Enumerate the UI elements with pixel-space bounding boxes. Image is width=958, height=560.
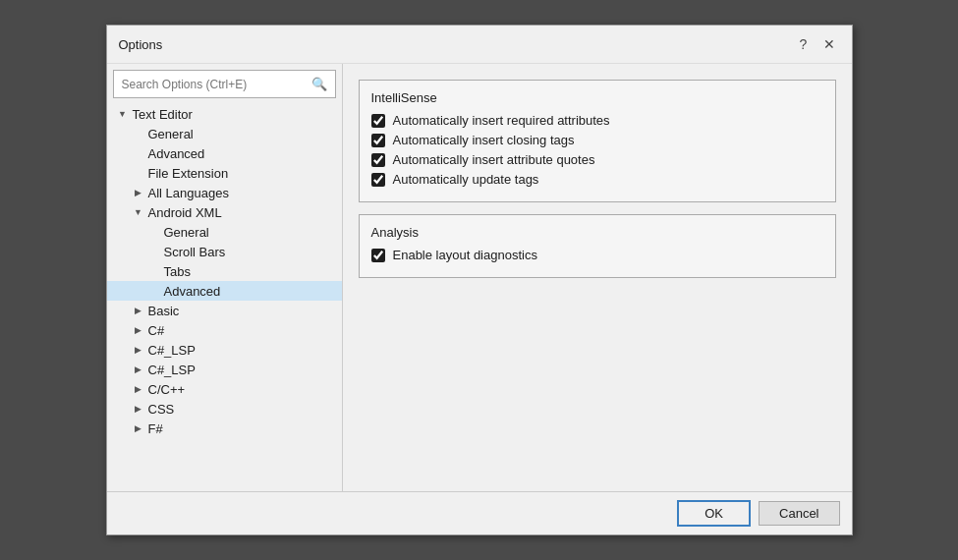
- dialog-body: 🔍 ▼ Text Editor General Advanced: [107, 64, 852, 491]
- dialog-footer: OK Cancel: [107, 491, 852, 534]
- tree-label-all-languages: All Languages: [146, 186, 229, 200]
- analysis-section: Analysis Enable layout diagnostics: [359, 214, 836, 278]
- expand-icon-csharp-lsp1: ▶: [131, 342, 146, 358]
- tree-item-general-ax[interactable]: General: [107, 222, 342, 242]
- tree-item-general[interactable]: General: [107, 124, 342, 143]
- search-input[interactable]: [122, 78, 311, 91]
- cancel-button[interactable]: Cancel: [759, 501, 839, 526]
- tree-label-fsharp: F#: [146, 421, 163, 436]
- expand-icon-tabs: [146, 263, 162, 279]
- help-button[interactable]: ?: [793, 33, 815, 55]
- intellisense-title: IntelliSense: [371, 90, 823, 105]
- tree-item-csharp-lsp1[interactable]: ▶ C#_LSP: [107, 340, 342, 360]
- expand-icon-fsharp: ▶: [131, 420, 146, 436]
- tree-label-cpp: C/C++: [146, 382, 186, 397]
- tree-label-basic: Basic: [146, 304, 180, 318]
- options-dialog: Options ? ✕ 🔍 ▼ Text Editor: [106, 25, 853, 535]
- tree-label-scroll-bars: Scroll Bars: [162, 245, 226, 259]
- label-auto-insert-quotes: Automatically insert attribute quotes: [393, 152, 595, 167]
- expand-icon-advanced-te: [131, 145, 146, 161]
- checkbox-row-enable-layout-diag: Enable layout diagnostics: [371, 248, 823, 262]
- expand-icon-basic: ▶: [131, 303, 146, 318]
- checkbox-auto-insert-closing[interactable]: [371, 134, 385, 147]
- expand-icon-cpp: ▶: [131, 381, 146, 397]
- checkbox-auto-insert-quotes[interactable]: [371, 153, 385, 167]
- expand-icon-csharp-lsp2: ▶: [131, 362, 146, 377]
- left-panel: 🔍 ▼ Text Editor General Advanced: [107, 64, 343, 491]
- expand-icon-file-extension: [131, 165, 146, 181]
- expand-icon-general: [131, 126, 146, 141]
- ok-button[interactable]: OK: [677, 500, 751, 527]
- tree-label-file-extension: File Extension: [146, 166, 229, 181]
- tree-item-advanced[interactable]: Advanced: [107, 281, 342, 301]
- tree-label-csharp-lsp1: C#_LSP: [146, 343, 196, 358]
- expand-icon-text-editor: ▼: [115, 106, 131, 122]
- right-panel: IntelliSense Automatically insert requir…: [343, 64, 852, 491]
- tree-item-tabs[interactable]: Tabs: [107, 261, 342, 281]
- search-box[interactable]: 🔍: [113, 70, 336, 98]
- tree-item-text-editor[interactable]: ▼ Text Editor: [107, 104, 342, 124]
- checkbox-auto-update-tags[interactable]: [371, 173, 385, 187]
- expand-icon-css: ▶: [131, 401, 146, 417]
- expand-icon-all-languages: ▶: [131, 185, 146, 200]
- tree-item-csharp[interactable]: ▶ C#: [107, 320, 342, 340]
- tree-container: ▼ Text Editor General Advanced File Exte…: [107, 104, 342, 491]
- dialog-title: Options: [119, 37, 163, 52]
- tree-item-csharp-lsp2[interactable]: ▶ C#_LSP: [107, 360, 342, 379]
- search-icon: 🔍: [311, 77, 327, 91]
- checkbox-enable-layout-diag[interactable]: [371, 249, 385, 262]
- checkbox-row-auto-update-tags: Automatically update tags: [371, 172, 823, 187]
- tree-item-basic[interactable]: ▶ Basic: [107, 301, 342, 320]
- label-auto-insert-required: Automatically insert required attributes: [393, 113, 610, 128]
- expand-icon-android-xml: ▼: [131, 204, 146, 220]
- expand-icon-scroll-bars: [146, 244, 162, 259]
- tree-label-tabs: Tabs: [162, 264, 191, 279]
- tree-label-general: General: [146, 127, 194, 141]
- checkbox-row-auto-insert-quotes: Automatically insert attribute quotes: [371, 152, 823, 167]
- label-enable-layout-diag: Enable layout diagnostics: [393, 248, 537, 262]
- tree-item-file-extension[interactable]: File Extension: [107, 163, 342, 183]
- tree-label-advanced: Advanced: [162, 284, 221, 299]
- expand-icon-csharp: ▶: [131, 322, 146, 338]
- tree-item-cpp[interactable]: ▶ C/C++: [107, 379, 342, 399]
- tree-item-android-xml[interactable]: ▼ Android XML: [107, 202, 342, 222]
- tree-item-css[interactable]: ▶ CSS: [107, 399, 342, 419]
- expand-icon-general-ax: [146, 224, 162, 240]
- intellisense-section: IntelliSense Automatically insert requir…: [359, 80, 836, 202]
- expand-icon-advanced: [146, 283, 162, 299]
- tree-label-android-xml: Android XML: [146, 205, 222, 220]
- label-auto-insert-closing: Automatically insert closing tags: [393, 133, 575, 147]
- tree-item-all-languages[interactable]: ▶ All Languages: [107, 183, 342, 202]
- tree-item-advanced-te[interactable]: Advanced: [107, 143, 342, 163]
- title-bar-right: ? ✕: [793, 33, 840, 55]
- analysis-title: Analysis: [371, 225, 823, 240]
- label-auto-update-tags: Automatically update tags: [393, 172, 539, 187]
- checkbox-auto-insert-required[interactable]: [371, 114, 385, 128]
- tree-label-css: CSS: [146, 402, 175, 417]
- title-bar: Options ? ✕: [107, 26, 852, 64]
- tree-label-csharp-lsp2: C#_LSP: [146, 363, 196, 377]
- tree-label-general-ax: General: [162, 225, 209, 240]
- tree-label-csharp: C#: [146, 323, 165, 338]
- close-button[interactable]: ✕: [818, 33, 840, 55]
- checkbox-row-auto-insert-required: Automatically insert required attributes: [371, 113, 823, 128]
- tree-item-fsharp[interactable]: ▶ F#: [107, 419, 342, 438]
- title-bar-left: Options: [119, 37, 163, 52]
- tree-label-advanced-te: Advanced: [146, 146, 205, 161]
- checkbox-row-auto-insert-closing: Automatically insert closing tags: [371, 133, 823, 147]
- tree-item-scroll-bars[interactable]: Scroll Bars: [107, 242, 342, 261]
- tree-label-text-editor: Text Editor: [131, 107, 193, 122]
